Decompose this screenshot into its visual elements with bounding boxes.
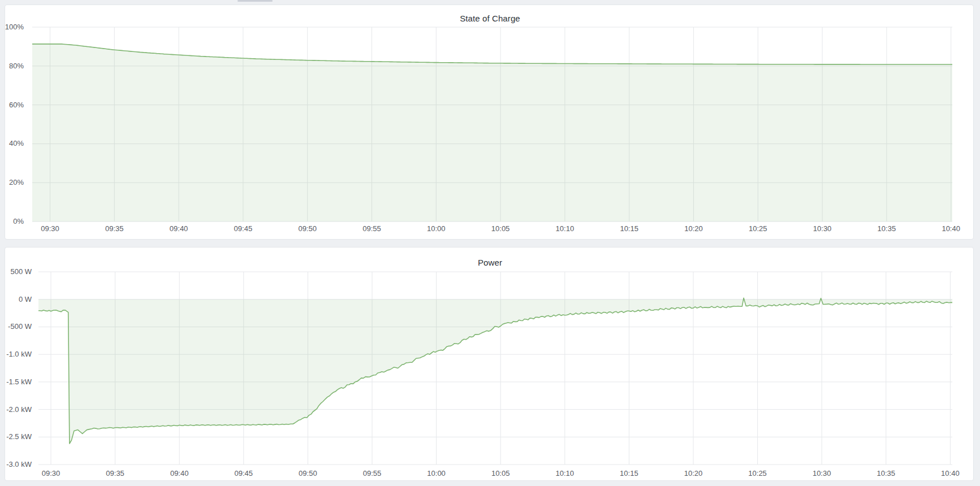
y-tick-label: 100% [5,23,24,32]
y-tick-label: 40% [5,139,24,148]
x-tick-label: 10:25 [741,224,775,233]
x-tick-label: 10:40 [934,224,968,233]
x-tick-label: 10:25 [741,469,775,478]
x-tick-label: 09:55 [355,224,389,233]
x-tick-label: 10:10 [548,224,582,233]
x-tick-label: 10:00 [420,469,454,478]
soc-panel-title[interactable]: State of Charge [0,14,980,23]
x-tick-label: 10:30 [805,469,839,478]
x-tick-label: 09:30 [33,224,67,233]
x-tick-label: 10:35 [869,469,903,478]
y-tick-label: 0% [5,217,24,226]
y-tick-label: -2.5 kW [5,432,32,441]
x-tick-label: 10:40 [933,469,967,478]
y-tick-label: 0 W [5,295,32,304]
x-tick-label: 10:15 [612,469,646,478]
y-tick-label: 80% [5,62,24,71]
x-tick-label: 10:00 [419,224,453,233]
window-edge-artifact [238,0,273,2]
x-tick-label: 10:35 [870,224,904,233]
x-tick-label: 10:20 [677,224,711,233]
x-tick-label: 09:50 [291,469,325,478]
x-tick-label: 10:15 [612,224,646,233]
x-tick-label: 10:05 [483,224,517,233]
power-panel-title[interactable]: Power [0,258,980,267]
x-tick-label: 09:35 [97,224,131,233]
panel-state-of-charge [5,5,974,240]
x-tick-label: 09:35 [98,469,132,478]
y-tick-label: -1.0 kW [5,350,32,359]
y-tick-label: -3.0 kW [5,460,32,469]
x-tick-label: 10:30 [805,224,839,233]
x-tick-label: 09:45 [226,224,260,233]
x-tick-label: 09:50 [291,224,325,233]
panel-power [5,247,974,481]
x-tick-label: 10:05 [483,469,517,478]
y-tick-label: 500 W [5,267,32,276]
x-tick-label: 09:45 [227,469,261,478]
y-tick-label: 20% [5,178,24,187]
x-tick-label: 09:40 [162,469,196,478]
x-tick-label: 10:20 [676,469,710,478]
y-tick-label: -500 W [5,322,32,331]
y-tick-label: -2.0 kW [5,405,32,414]
x-tick-label: 10:10 [548,469,582,478]
y-tick-label: -1.5 kW [5,377,32,387]
x-tick-label: 09:55 [355,469,389,478]
x-tick-label: 09:40 [162,224,196,233]
y-tick-label: 60% [5,101,24,110]
x-tick-label: 09:30 [34,469,68,478]
